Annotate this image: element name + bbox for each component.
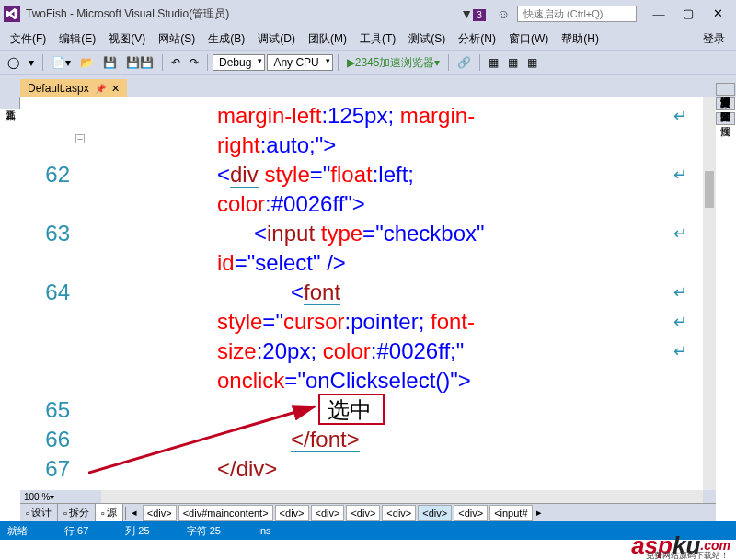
breadcrumb-item[interactable]: <div>: [382, 505, 416, 521]
vs-logo-icon: [4, 6, 20, 22]
status-ready: 就绪: [7, 524, 28, 538]
menu-team[interactable]: 团队(M): [302, 29, 353, 49]
line-number: 64: [20, 278, 70, 395]
breadcrumb-item[interactable]: <input#: [489, 505, 532, 521]
tb-button-2[interactable]: ▦: [504, 54, 522, 71]
code-content[interactable]: margin-left:125px; margin- right:auto;">…: [88, 97, 703, 490]
undo-button[interactable]: ↶: [167, 54, 184, 71]
run-button[interactable]: ▶ 2345加速浏览器 ▾: [343, 53, 444, 73]
document-tab[interactable]: Default.aspx 📌 ✕: [20, 79, 127, 97]
breadcrumb-item[interactable]: <div>: [346, 505, 380, 521]
menu-website[interactable]: 网站(S): [152, 29, 201, 49]
status-bar: 就绪 行 67 列 25 字符 25 Ins: [0, 521, 736, 540]
line-number: 63: [20, 219, 70, 278]
code-editor[interactable]: 62 63 64 65 66 67 68 69 − margin-left:12…: [20, 97, 703, 490]
view-switcher: ▫ 设计 ▫ 拆分 ▫ 源 ◂ <div> <div#maincontent> …: [20, 503, 716, 521]
minimize-button[interactable]: —: [644, 6, 673, 21]
line-number: 65: [20, 395, 70, 425]
team-explorer-tab[interactable]: 团队资源管理器: [716, 97, 735, 110]
menu-build[interactable]: 生成(B): [201, 29, 251, 49]
title-bar: TwoFish - Microsoft Visual Studio(管理员) ▼…: [0, 0, 736, 28]
tb-button-3[interactable]: ▦: [523, 54, 541, 71]
nav-back-button[interactable]: ◯: [4, 54, 23, 71]
horizontal-scrollbar[interactable]: [101, 490, 703, 503]
toolbar: ◯ ▾ 📄▾ 📂 💾 💾💾 ↶ ↷ Debug Any CPU ▶ 2345加速…: [0, 50, 736, 75]
status-line: 行 67: [64, 524, 88, 538]
watermark: aspku.com 免费网站源码下载站！: [631, 531, 730, 560]
pin-icon[interactable]: 📌: [95, 84, 106, 94]
config-combo[interactable]: Debug: [213, 54, 265, 71]
breadcrumb-item-selected[interactable]: <div>: [418, 505, 452, 521]
status-ins: Ins: [258, 525, 271, 536]
right-panel-tabs: 解决方案资源管理器 团队资源管理器 属性: [716, 83, 736, 127]
line-number-gutter: 62 63 64 65 66 67 68 69: [20, 97, 75, 490]
breadcrumb-item[interactable]: <div>: [454, 505, 488, 521]
breadcrumb-prev[interactable]: ◂: [128, 505, 141, 520]
platform-combo[interactable]: Any CPU: [267, 54, 332, 71]
properties-tab[interactable]: 属性: [716, 112, 735, 125]
tb-button-1[interactable]: ▦: [485, 54, 502, 71]
breadcrumb-item[interactable]: <div>: [275, 505, 309, 521]
breadcrumb-item[interactable]: <div#maincontent>: [178, 505, 273, 521]
document-tab-row: Default.aspx 📌 ✕: [0, 75, 736, 97]
line-number: 67: [20, 454, 70, 484]
menu-view[interactable]: 视图(V): [102, 29, 152, 49]
word-wrap-glyphs: ↵↵ ↵↵↵ ↵: [672, 101, 688, 490]
menu-debug[interactable]: 调试(D): [251, 29, 302, 49]
line-number: 66: [20, 425, 70, 454]
document-tab-label: Default.aspx: [28, 82, 89, 95]
maximize-button[interactable]: ▢: [673, 6, 703, 21]
notification-flag-icon[interactable]: ▼3: [460, 6, 489, 21]
split-view-button[interactable]: ▫ 拆分: [58, 504, 96, 521]
menu-test[interactable]: 测试(S): [402, 29, 452, 49]
status-col: 列 25: [125, 524, 149, 538]
scroll-corner: [703, 490, 716, 503]
browser-link-button[interactable]: 🔗: [454, 54, 475, 71]
window-title: TwoFish - Microsoft Visual Studio(管理员): [26, 6, 229, 22]
zoom-combo[interactable]: 100 % ▾: [20, 490, 101, 503]
solution-explorer-tab[interactable]: 解决方案资源管理器: [716, 83, 735, 96]
breadcrumb-next[interactable]: ▸: [533, 505, 546, 520]
menu-window[interactable]: 窗口(W): [502, 29, 555, 49]
notification-count: 3: [473, 9, 486, 21]
menu-bar: 文件(F) 编辑(E) 视图(V) 网站(S) 生成(B) 调试(D) 团队(M…: [0, 28, 736, 50]
tab-close-icon[interactable]: ✕: [111, 83, 120, 95]
vertical-scrollbar[interactable]: [703, 97, 716, 490]
status-char: 字符 25: [187, 524, 221, 538]
menu-analyze[interactable]: 分析(N): [452, 29, 502, 49]
feedback-icon[interactable]: ☺: [497, 6, 510, 21]
fold-gutter: −: [75, 97, 88, 490]
menu-tools[interactable]: 工具(T): [353, 29, 402, 49]
save-button[interactable]: 💾: [99, 54, 121, 71]
nav-fwd-button[interactable]: ▾: [25, 54, 38, 71]
new-project-button[interactable]: 📄▾: [48, 54, 75, 71]
redo-button[interactable]: ↷: [186, 54, 202, 71]
toolbox-panel-tab[interactable]: 工具箱: [0, 97, 20, 109]
open-file-button[interactable]: 📂: [76, 54, 98, 71]
breadcrumb-item[interactable]: <div>: [311, 505, 345, 521]
line-number: 62: [20, 160, 70, 219]
quick-launch-input[interactable]: [517, 6, 637, 22]
source-view-button[interactable]: ▫ 源: [96, 504, 123, 521]
breadcrumb-item[interactable]: <div>: [143, 505, 177, 521]
annotation-box: [318, 394, 385, 425]
close-button[interactable]: ✕: [703, 6, 732, 21]
login-link[interactable]: 登录: [696, 29, 732, 49]
save-all-button[interactable]: 💾💾: [122, 54, 157, 71]
menu-edit[interactable]: 编辑(E): [52, 29, 102, 49]
editor-area: 62 63 64 65 66 67 68 69 − margin-left:12…: [20, 97, 716, 503]
menu-file[interactable]: 文件(F): [4, 29, 52, 49]
design-view-button[interactable]: ▫ 设计: [20, 504, 58, 521]
fold-minus-icon[interactable]: −: [75, 134, 85, 143]
menu-help[interactable]: 帮助(H): [555, 29, 605, 49]
run-target-label: 2345加速浏览器: [355, 55, 435, 71]
